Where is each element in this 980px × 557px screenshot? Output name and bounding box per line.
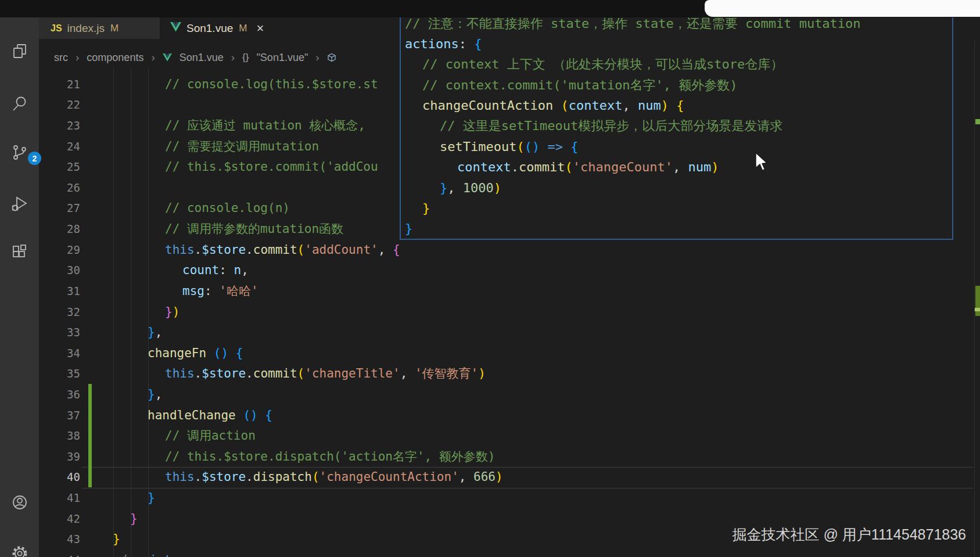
code-text: this.$store.commit('addCount', {	[165, 243, 400, 257]
code-text: // console.log(n)	[165, 201, 290, 215]
overview-ruler-modified-mark	[975, 119, 980, 124]
tab-son1-vue[interactable]: Son1.vue M ×	[160, 17, 307, 39]
code-text: }	[405, 221, 412, 236]
peek-code-line[interactable]: // 这里是setTimeout模拟异步，以后大部分场景是发请求	[401, 116, 952, 136]
code-text: // 调用带参数的mutation函数	[165, 221, 343, 237]
explorer-icon[interactable]	[10, 42, 29, 60]
tab-index-js[interactable]: JS index.js M	[39, 17, 160, 39]
code-line[interactable]: 36},	[0, 384, 980, 405]
git-modified-mark: M	[239, 23, 247, 34]
code-text: // 注意：不能直接操作 state，操作 state，还是需要 commit …	[405, 17, 861, 33]
peek-code-line[interactable]: setTimeout(() => {	[401, 136, 952, 157]
code-text: },	[148, 387, 162, 401]
code-text: // console.log(this.$store.st	[165, 77, 378, 91]
peek-code-line[interactable]: context.commit('changeCount', num)	[401, 157, 952, 177]
peek-code-line[interactable]: }, 1000)	[401, 177, 952, 197]
code-text: }	[130, 512, 138, 526]
code-text: context.commit('changeCount', num)	[457, 160, 719, 174]
braces-symbol-icon: {}	[242, 52, 249, 63]
code-line[interactable]: 44</script>	[0, 549, 980, 557]
breadcrumb: src › components › Son1.vue › {} "Son1.v…	[54, 50, 336, 65]
code-line[interactable]: 30count: n,	[0, 260, 980, 281]
overview-ruler-cursor-mark	[975, 308, 980, 311]
code-line[interactable]: 38// 调用action	[0, 425, 980, 446]
code-line[interactable]: 39// this.$store.dispatch('action名字', 额外…	[0, 446, 980, 467]
code-text: handleChange () {	[148, 408, 272, 422]
tab-filename: Son1.vue	[186, 22, 233, 35]
git-modified-mark: M	[110, 23, 119, 34]
code-line[interactable]: 37handleChange () {	[0, 405, 980, 426]
code-text: actions: {	[405, 37, 482, 51]
activity-bar: 2	[0, 17, 39, 557]
peek-code-line[interactable]: }	[401, 218, 952, 239]
settings-gear-icon[interactable]	[10, 544, 29, 557]
peek-code-line[interactable]: // context.commit('mutation名字', 额外参数)	[401, 75, 952, 95]
source-control-icon[interactable]: 2	[10, 143, 29, 162]
code-line[interactable]: 34changeFn () {	[0, 343, 980, 364]
code-text: })	[165, 305, 180, 319]
minimap-divider	[974, 17, 975, 557]
account-icon[interactable]	[10, 493, 29, 512]
chevron-right-icon: ›	[231, 51, 235, 64]
mouse-cursor	[755, 152, 769, 174]
scm-pending-badge: 2	[28, 152, 41, 165]
overview-ruler-modified-mark	[975, 286, 980, 316]
code-text: // this.$store.commit('addCou	[165, 160, 378, 174]
code-line[interactable]: 33},	[0, 322, 980, 343]
code-text: this.$store.commit('changeTitle', '传智教育'…	[165, 365, 486, 382]
chevron-right-icon: ›	[151, 51, 155, 64]
code-text: count: n,	[182, 263, 249, 277]
peek-code-line[interactable]: // 注意：不能直接操作 state，操作 state，还是需要 commit …	[401, 17, 952, 34]
js-file-icon: JS	[51, 23, 62, 34]
code-text: changeFn () {	[148, 346, 243, 360]
chevron-right-icon: ›	[315, 51, 319, 64]
peek-code-line[interactable]: changeCountAction (context, num) {	[401, 95, 952, 116]
vue-file-icon	[170, 22, 181, 34]
peek-code-line[interactable]: // context 上下文 （此处未分模块，可以当成store仓库）	[401, 55, 952, 75]
code-text: // this.$store.dispatch('action名字', 额外参数…	[165, 448, 496, 465]
breadcrumb-item-src[interactable]: src	[54, 52, 68, 64]
code-text: // context 上下文 （此处未分模块，可以当成store仓库）	[422, 56, 783, 73]
peek-code-line[interactable]: }	[401, 198, 952, 218]
juejin-watermark: 掘金技术社区 @ 用户111454871836	[733, 525, 966, 544]
breadcrumb-item-file[interactable]: Son1.vue	[180, 52, 224, 64]
run-debug-icon[interactable]	[10, 195, 29, 213]
breadcrumb-item-symbol[interactable]: "Son1.vue"	[256, 52, 308, 64]
peek-code-overlay[interactable]: // 注意：不能直接操作 state，操作 state，还是需要 commit …	[400, 17, 953, 240]
close-icon[interactable]: ×	[256, 23, 264, 34]
code-text: },	[148, 325, 162, 339]
peek-code-line[interactable]: actions: {	[401, 34, 952, 54]
code-text: setTimeout(() => {	[440, 139, 578, 154]
vue-file-icon	[163, 53, 172, 62]
code-text: changeCountAction (context, num) {	[422, 98, 684, 113]
breadcrumb-item-components[interactable]: components	[87, 52, 143, 64]
code-text: // 需要提交调用mutation	[165, 138, 319, 154]
video-overlay-strip	[705, 0, 980, 17]
code-text: this.$store.dispatch('changeCountAction'…	[165, 470, 503, 484]
code-text: }	[422, 201, 430, 215]
search-icon[interactable]	[10, 94, 29, 113]
code-line[interactable]: 29this.$store.commit('addCount', {	[0, 239, 980, 260]
code-line[interactable]: 32})	[0, 301, 980, 322]
chevron-right-icon: ›	[76, 51, 79, 64]
code-text: // context.commit('mutation名字', 额外参数)	[422, 77, 738, 94]
code-text: }	[113, 532, 120, 546]
code-text: // 调用action	[165, 427, 256, 444]
extensions-icon[interactable]	[10, 243, 29, 261]
code-text: msg: '哈哈'	[182, 283, 259, 299]
code-line[interactable]: 35this.$store.commit('changeTitle', '传智教…	[0, 364, 980, 384]
code-text: // 这里是setTimeout模拟异步，以后大部分场景是发请求	[440, 117, 782, 135]
code-text: }	[148, 491, 155, 505]
tab-filename: index.js	[67, 22, 105, 35]
code-text: // 应该通过 mutation 核心概念,	[165, 117, 365, 134]
vscode-window: 2	[0, 0, 980, 557]
code-line[interactable]: 31msg: '哈哈'	[0, 281, 980, 301]
code-text: }, 1000)	[440, 181, 501, 195]
code-line[interactable]: 41}	[0, 487, 980, 508]
symbol-cube-icon	[327, 53, 336, 62]
code-line[interactable]: 40this.$store.dispatch('changeCountActio…	[0, 467, 980, 488]
code-text: </script>	[113, 553, 179, 557]
